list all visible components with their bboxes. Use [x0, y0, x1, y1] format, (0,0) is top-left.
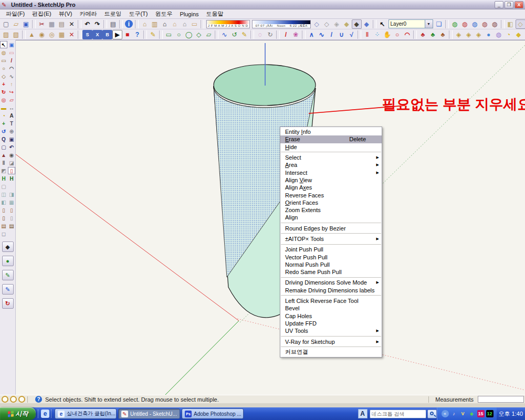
grid-tool-button[interactable]: Ⅱ	[362, 30, 372, 39]
style-hiddenline-cube[interactable]: ◈	[332, 19, 342, 29]
shelf-1-tool[interactable]: ▤	[0, 222, 7, 229]
tag-3-button[interactable]: ◈	[474, 30, 484, 39]
polygon-tool[interactable]: ◇	[0, 72, 7, 80]
section-refresh-button[interactable]: ◍	[470, 19, 480, 29]
line-tool[interactable]: /	[8, 57, 15, 64]
beam-h1-tool[interactable]: H	[0, 175, 7, 182]
sphere-blue-button[interactable]: ●	[484, 30, 494, 39]
tray-vray-icon[interactable]: V	[459, 410, 467, 417]
task-photoshop[interactable]: Ps Adobe Photoshop ...	[182, 408, 244, 419]
style-textured-cube[interactable]: ◆	[352, 19, 362, 29]
spline-v-button[interactable]: √	[346, 30, 356, 39]
zoom-tool[interactable]: Q	[0, 135, 7, 143]
menu-vray-for-sketchup[interactable]: V-Ray for Sketchup ▶	[280, 338, 382, 345]
circle-tool[interactable]: ○	[0, 65, 7, 72]
cylinder-top-face[interactable]	[214, 65, 316, 106]
menu-zoom-extents[interactable]: Zoom Extents	[280, 206, 382, 214]
save-button[interactable]: ▣	[21, 19, 31, 29]
freehand-tool[interactable]: ∿	[8, 72, 15, 80]
eraser-tool[interactable]: ▭	[8, 49, 15, 56]
points-tool-button[interactable]: ⁘	[372, 30, 382, 39]
tag-1-button[interactable]: ◈	[454, 30, 464, 39]
spline-u-button[interactable]: ∪	[337, 30, 346, 39]
rotate-tool[interactable]: ↻	[0, 88, 7, 96]
position-camera-tool[interactable]: ▲	[0, 151, 7, 159]
axes-tool[interactable]: +	[0, 120, 7, 127]
style-xray-cube[interactable]: ◇	[312, 19, 322, 29]
menu-tools[interactable]: 도구(T)	[125, 9, 151, 19]
stamp-terrain-button[interactable]: ◉	[37, 30, 47, 39]
menu-orient-faces[interactable]: Orient Faces	[280, 199, 382, 206]
spline-line-button[interactable]: /	[327, 30, 337, 39]
quick-launch-ie-icon[interactable]: e	[41, 410, 49, 418]
tray-badge-15[interactable]: 15	[477, 410, 485, 417]
spline-peak-button[interactable]: ∧	[307, 30, 317, 39]
gem-gold-button[interactable]: ◆	[513, 30, 523, 39]
window-left-tool[interactable]: ◧	[0, 198, 7, 206]
dimension-tool[interactable]: ↔	[8, 104, 15, 111]
shape-polygon-button[interactable]: ◇	[194, 30, 204, 39]
style-monochrome-cube[interactable]: ◆	[362, 19, 372, 29]
follow-me-tool[interactable]: ↪	[8, 88, 15, 96]
tag-2-button[interactable]: ◈	[464, 30, 474, 39]
desktop-search-input[interactable]	[370, 410, 426, 418]
paste-button[interactable]: ▤	[57, 19, 67, 29]
menu-redo-same-push-pull[interactable]: Redo Same Push Pull	[280, 268, 382, 276]
disc-purple-button[interactable]: ◍	[494, 30, 503, 39]
menu-cap-holes[interactable]: Cap Holes	[280, 312, 382, 320]
view-top-button[interactable]: ◇	[516, 19, 525, 29]
skin-play-button[interactable]: ▶	[112, 30, 122, 39]
status-geo-icon[interactable]	[18, 396, 25, 403]
minimize-button[interactable]: _	[495, 1, 503, 8]
sandbox-from-scratch-button[interactable]: ▧	[11, 30, 21, 39]
undo-button[interactable]: ↶	[82, 19, 92, 29]
close-button[interactable]: X	[514, 1, 523, 8]
menu-joint-push-pull[interactable]: Joint Push Pull	[280, 246, 382, 253]
menu-intersect[interactable]: Intersect ▶	[280, 169, 382, 176]
zoom-window-tool[interactable]: ▣	[8, 135, 15, 143]
shadow-date-slider[interactable]: J F M A M J J A S O N D	[206, 20, 250, 28]
tray-green-app-icon[interactable]: ◆	[468, 410, 476, 417]
walk-tool[interactable]: ‖	[0, 159, 7, 166]
flower-button[interactable]: ❀	[291, 30, 301, 39]
shelf-2-tool[interactable]: ▤	[8, 222, 15, 229]
bezier-curve-button[interactable]: ∿	[219, 30, 229, 39]
redo-button[interactable]: ↷	[92, 19, 102, 29]
look-around-tool[interactable]: ◉	[8, 151, 15, 159]
status-context-icon[interactable]	[10, 396, 17, 403]
tray-collapse-chevron[interactable]: «	[442, 410, 449, 417]
style-tool[interactable]: ◩	[0, 167, 7, 174]
wall-panel-button[interactable]: ▭	[190, 19, 200, 29]
search-magnifier-button[interactable]	[427, 410, 437, 418]
plant-red-button[interactable]: ♣	[418, 30, 428, 39]
menu-file[interactable]: 파일(F)	[2, 9, 28, 19]
menu-uv-tools[interactable]: UV Tools ▶	[280, 327, 382, 334]
menu-entity-info[interactable]: Entity Info	[280, 128, 382, 135]
grab-tool-button[interactable]: ✋	[382, 30, 392, 39]
make-component-button[interactable]: ⌂	[140, 19, 150, 29]
line-red-button[interactable]: /	[281, 30, 291, 39]
tray-badge-12[interactable]: 12	[486, 410, 494, 417]
menu-driving-dimensions-solve-mode[interactable]: Driving Dimensions Solve Mode ▶	[280, 279, 382, 286]
open-button[interactable]: ▱	[11, 19, 21, 29]
edit-curve-button[interactable]: ↺	[229, 30, 239, 39]
freehand-pencil-button[interactable]: ✎	[239, 30, 249, 39]
menu-aitop-tools[interactable]: ±AITOP× Tools ▶	[280, 235, 382, 243]
language-indicator[interactable]: A	[358, 409, 368, 418]
menu-plugins[interactable]: Plugins	[176, 10, 202, 18]
deform-button[interactable]: ↻	[265, 30, 275, 39]
taskbar-grip[interactable]	[51, 410, 52, 418]
flip-edge-button[interactable]: ✕	[67, 30, 77, 39]
section-cut-button[interactable]: ◍	[490, 19, 500, 29]
layer-combobox[interactable]: Layer0 ▼	[388, 19, 433, 28]
skin-xy-button[interactable]: X	[92, 30, 102, 39]
pencil-tool-button[interactable]: ✎	[148, 30, 158, 39]
door-brown-1-tool[interactable]: ▯	[0, 206, 7, 214]
delete-button[interactable]: ✕	[67, 19, 77, 29]
skin-help-button[interactable]: ?	[132, 30, 142, 39]
menu-normal-push-pull[interactable]: Normal Push Pull	[280, 261, 382, 268]
text-tool[interactable]: A	[8, 112, 15, 119]
loop-tool-button[interactable]: ○	[392, 30, 402, 39]
offset-tool[interactable]: ◎	[0, 96, 7, 103]
push-pull-tool[interactable]: ↑	[8, 80, 15, 88]
